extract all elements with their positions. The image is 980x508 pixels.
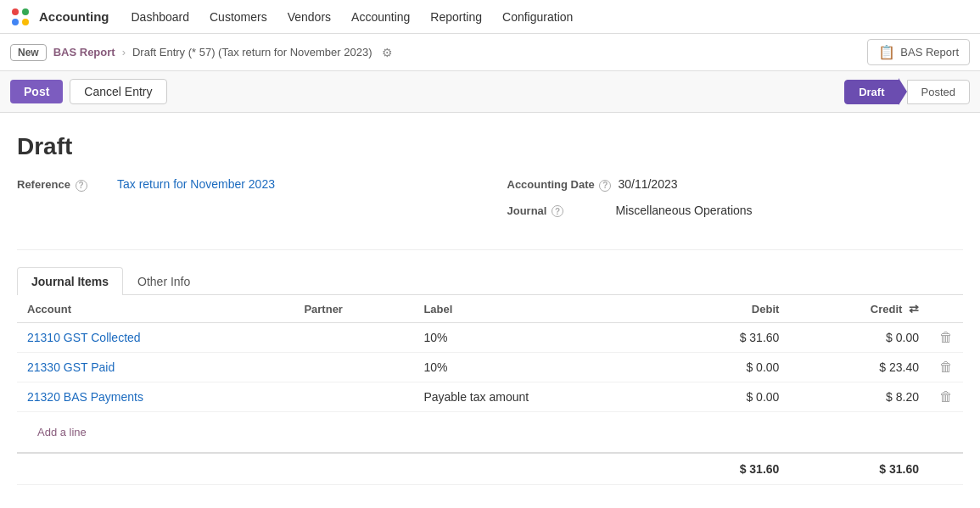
status-bar: Draft Posted: [844, 78, 970, 105]
row3-account[interactable]: 21320 BAS Payments: [17, 382, 294, 412]
journal-help-icon[interactable]: ?: [552, 205, 563, 217]
col-header-actions: [929, 295, 963, 323]
new-badge: New: [10, 44, 47, 61]
status-steps: Draft Posted: [844, 78, 970, 105]
accounting-date-row: Accounting Date ? 30/11/2023: [507, 177, 964, 192]
table-header-row: Account Partner Label Debit Credit ⇄: [17, 295, 963, 323]
breadcrumb-separator: ›: [122, 46, 126, 59]
svg-point-0: [12, 8, 19, 15]
action-bar: Post Cancel Entry Draft Posted: [0, 71, 980, 113]
row1-credit: $ 0.00: [789, 323, 929, 353]
accounting-date-help-icon[interactable]: ?: [599, 180, 611, 192]
journal-table: Account Partner Label Debit Credit ⇄ 213…: [17, 295, 963, 485]
row2-partner: [294, 353, 413, 382]
footer-spacer: [17, 453, 668, 485]
post-button[interactable]: Post: [10, 80, 63, 103]
main-content: Draft Reference ? Tax return for Novembe…: [0, 113, 980, 505]
row3-credit: $ 8.20: [789, 382, 929, 412]
row3-debit: $ 0.00: [668, 382, 789, 412]
breadcrumb-current: Draft Entry (* 57) (Tax return for Novem…: [132, 46, 372, 59]
svg-point-1: [22, 8, 29, 15]
column-adjust-icon[interactable]: ⇄: [909, 302, 919, 315]
add-line-cell: Add a line: [17, 412, 963, 454]
status-posted[interactable]: Posted: [907, 80, 970, 104]
top-navigation: Accounting Dashboard Customers Vendors A…: [0, 0, 980, 34]
app-logo: [10, 7, 31, 27]
nav-configuration[interactable]: Configuration: [494, 7, 581, 27]
tab-bar: Journal Items Other Info: [17, 267, 963, 295]
form-divider: [17, 249, 963, 250]
form-col-right: Accounting Date ? 30/11/2023 Journal ? M…: [507, 177, 964, 229]
form-col-left: Reference ? Tax return for November 2023: [17, 177, 473, 229]
nav-vendors[interactable]: Vendors: [279, 7, 339, 27]
reference-row: Reference ? Tax return for November 2023: [17, 177, 473, 192]
col-header-partner: Partner: [294, 295, 413, 323]
table-row: 21320 BAS Payments Payable tax amount $ …: [17, 382, 963, 412]
brand-name: Accounting: [39, 9, 109, 24]
delete-icon[interactable]: 🗑: [939, 389, 953, 404]
row2-delete[interactable]: 🗑: [929, 353, 963, 382]
reference-help-icon[interactable]: ?: [76, 180, 87, 192]
breadcrumb-bar: New BAS Report › Draft Entry (* 57) (Tax…: [0, 34, 980, 71]
accounting-date-label: Accounting Date ?: [507, 178, 612, 192]
svg-point-2: [12, 19, 19, 25]
journal-label: Journal ?: [507, 204, 609, 218]
col-header-account: Account: [17, 295, 294, 323]
footer-actions-col: [929, 453, 963, 485]
bas-report-button[interactable]: 📋 BAS Report: [867, 39, 970, 65]
row1-delete[interactable]: 🗑: [929, 323, 963, 353]
row1-partner: [294, 323, 413, 353]
add-line-row: Add a line: [17, 412, 963, 454]
row3-delete[interactable]: 🗑: [929, 382, 963, 412]
col-header-label: Label: [413, 295, 668, 323]
reference-label: Reference ?: [17, 178, 110, 192]
delete-icon[interactable]: 🗑: [939, 330, 953, 344]
col-header-credit: Credit ⇄: [789, 295, 929, 323]
row3-label: Payable tax amount: [413, 382, 668, 412]
svg-point-3: [22, 19, 29, 25]
footer-debit-total: $ 31.60: [668, 453, 789, 485]
accounting-date-value: 30/11/2023: [618, 177, 677, 191]
gear-icon[interactable]: ⚙: [382, 46, 393, 59]
table-footer-row: $ 31.60 $ 31.60: [17, 453, 963, 485]
nav-accounting[interactable]: Accounting: [343, 7, 418, 27]
form-title: Draft: [17, 133, 963, 160]
row2-credit: $ 23.40: [789, 353, 929, 382]
breadcrumb-parent[interactable]: BAS Report: [53, 46, 115, 59]
bas-report-label: BAS Report: [900, 46, 959, 59]
col-header-debit: Debit: [668, 295, 789, 323]
row1-account[interactable]: 21310 GST Collected: [17, 323, 294, 353]
tab-journal-items[interactable]: Journal Items: [17, 267, 123, 295]
row2-debit: $ 0.00: [668, 353, 789, 382]
status-arrow: [899, 78, 907, 105]
reference-value[interactable]: Tax return for November 2023: [117, 177, 275, 191]
row2-label: 10%: [413, 353, 668, 382]
tab-other-info[interactable]: Other Info: [123, 267, 204, 295]
status-draft[interactable]: Draft: [844, 80, 899, 104]
nav-reporting[interactable]: Reporting: [422, 7, 490, 27]
journal-row: Journal ? Miscellaneous Operations: [507, 204, 964, 218]
row3-partner: [294, 382, 413, 412]
row1-debit: $ 31.60: [668, 323, 789, 353]
footer-credit-total: $ 31.60: [789, 453, 929, 485]
row1-label: 10%: [413, 323, 668, 353]
row2-account[interactable]: 21330 GST Paid: [17, 353, 294, 382]
breadcrumb-actions: 📋 BAS Report: [867, 39, 970, 65]
cancel-entry-button[interactable]: Cancel Entry: [70, 79, 166, 104]
nav-dashboard[interactable]: Dashboard: [123, 7, 199, 27]
add-line-link[interactable]: Add a line: [27, 419, 97, 445]
form-fields: Reference ? Tax return for November 2023…: [17, 177, 963, 229]
journal-value: Miscellaneous Operations: [616, 204, 753, 217]
table-row: 21310 GST Collected 10% $ 31.60 $ 0.00 🗑: [17, 323, 963, 353]
delete-icon[interactable]: 🗑: [939, 360, 953, 374]
nav-customers[interactable]: Customers: [201, 7, 276, 27]
table-row: 21330 GST Paid 10% $ 0.00 $ 23.40 🗑: [17, 353, 963, 382]
bas-report-icon: 📋: [878, 44, 895, 60]
